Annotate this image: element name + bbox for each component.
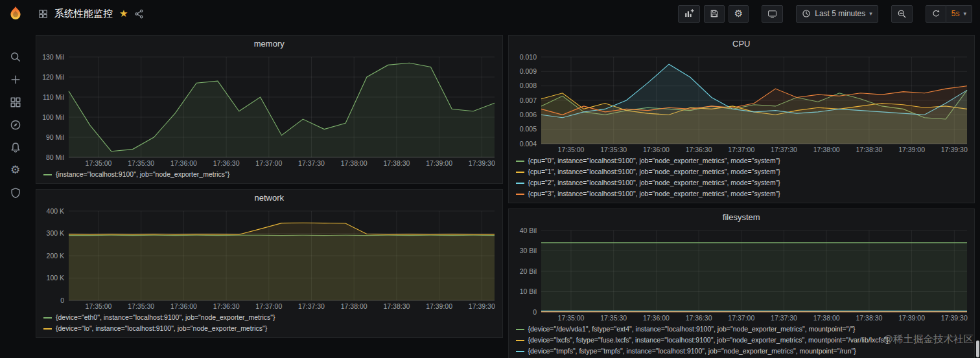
search-icon[interactable] bbox=[0, 45, 30, 68]
svg-text:17:38:00: 17:38:00 bbox=[813, 146, 839, 153]
filesystem-legend: {device="/dev/vda1", fstype="ext4", inst… bbox=[509, 324, 975, 358]
legend-item[interactable]: {device="eth0", instance="localhost:9100… bbox=[43, 313, 275, 322]
svg-text:17:36:30: 17:36:30 bbox=[213, 159, 240, 167]
zoom-out-button[interactable] bbox=[891, 5, 913, 23]
scrollbar-thumb[interactable] bbox=[976, 341, 979, 357]
svg-text:400 K: 400 K bbox=[47, 207, 64, 215]
grafana-flame-icon bbox=[7, 5, 24, 22]
memory-chart[interactable]: 17:35:0017:35:3017:36:0017:36:3017:37:00… bbox=[36, 52, 502, 169]
svg-text:17:35:30: 17:35:30 bbox=[128, 159, 154, 167]
chevron-down-icon: ▾ bbox=[869, 10, 872, 17]
svg-text:17:36:30: 17:36:30 bbox=[213, 302, 240, 310]
panel-network: network 17:35:0017:35:3017:36:0017:36:30… bbox=[36, 189, 503, 338]
alerting-bell-icon[interactable] bbox=[0, 136, 30, 159]
refresh-interval-button[interactable]: 5s ▾ bbox=[946, 5, 972, 23]
CPU-chart-svg: 17:35:0017:35:3017:36:0017:36:3017:37:00… bbox=[509, 52, 975, 155]
svg-text:100 Mil: 100 Mil bbox=[42, 113, 64, 121]
legend-item[interactable]: {cpu="1", instance="localhost:9100", job… bbox=[516, 168, 780, 176]
legend-color-dash bbox=[43, 317, 52, 319]
svg-text:0.007: 0.007 bbox=[519, 96, 536, 104]
svg-text:0.004: 0.004 bbox=[519, 140, 536, 148]
svg-text:17:35:00: 17:35:00 bbox=[557, 146, 584, 153]
create-plus-icon[interactable] bbox=[0, 68, 30, 91]
svg-text:17:38:00: 17:38:00 bbox=[813, 314, 839, 322]
svg-text:17:37:00: 17:37:00 bbox=[255, 159, 282, 167]
svg-text:17:35:00: 17:35:00 bbox=[86, 302, 112, 310]
panel-title[interactable]: CPU bbox=[509, 36, 975, 52]
filesystem-chart-svg: 17:35:0017:35:3017:36:0017:36:3017:37:00… bbox=[509, 225, 975, 324]
svg-text:17:36:30: 17:36:30 bbox=[685, 146, 712, 153]
dashboards-icon[interactable] bbox=[0, 91, 30, 113]
legend-item[interactable]: {device="lo", instance="localhost:9100",… bbox=[43, 324, 267, 333]
configuration-gear-icon[interactable]: ⚙ bbox=[0, 159, 30, 181]
memory-chart-svg: 17:35:0017:35:3017:36:0017:36:3017:37:00… bbox=[36, 52, 502, 169]
svg-text:110 Mil: 110 Mil bbox=[43, 93, 64, 101]
share-icon[interactable] bbox=[134, 9, 144, 19]
legend-label: {device="eth0", instance="localhost:9100… bbox=[56, 313, 275, 322]
svg-text:17:38:00: 17:38:00 bbox=[341, 302, 368, 310]
top-navbar: 系统性能监控 ★ ⚙ bbox=[30, 0, 980, 27]
zoom-out-icon bbox=[897, 9, 907, 19]
legend-color-dash bbox=[516, 329, 524, 330]
svg-text:0: 0 bbox=[60, 296, 64, 304]
add-panel-button[interactable] bbox=[678, 5, 700, 23]
add-panel-icon bbox=[684, 8, 694, 19]
legend-color-dash bbox=[516, 194, 524, 195]
legend-item[interactable]: {cpu="3", instance="localhost:9100", job… bbox=[516, 190, 780, 198]
svg-text:10 Bil: 10 Bil bbox=[519, 287, 536, 295]
dashboard-settings-button[interactable]: ⚙ bbox=[729, 5, 749, 23]
server-admin-shield-icon[interactable] bbox=[0, 181, 30, 204]
favorite-star-icon[interactable]: ★ bbox=[119, 9, 128, 19]
legend-item[interactable]: {device="tmpfs", fstype="tmpfs", instanc… bbox=[516, 347, 856, 355]
refresh-button[interactable] bbox=[926, 5, 946, 23]
svg-text:17:38:30: 17:38:30 bbox=[383, 302, 410, 310]
legend-label: {instance="localhost:9100", job="node_ex… bbox=[56, 170, 229, 179]
legend-color-dash bbox=[516, 172, 524, 173]
svg-text:17:35:30: 17:35:30 bbox=[128, 302, 154, 310]
grafana-logo[interactable] bbox=[0, 0, 30, 27]
panel-title[interactable]: filesystem bbox=[509, 209, 975, 225]
clock-icon bbox=[802, 9, 811, 18]
legend-item[interactable]: {device="/dev/vda1", fstype="ext4", inst… bbox=[516, 325, 856, 333]
memory-legend: {instance="localhost:9100", job="node_ex… bbox=[36, 169, 502, 183]
cpu-chart[interactable]: 17:35:0017:35:3017:36:0017:36:3017:37:00… bbox=[509, 52, 975, 155]
navbar-right: ⚙ Last 5 minutes ▾ bbox=[678, 5, 972, 23]
svg-text:17:35:30: 17:35:30 bbox=[600, 314, 627, 322]
dashboard-title[interactable]: 系统性能监控 bbox=[54, 8, 113, 20]
legend-item[interactable]: {instance="localhost:9100", job="node_ex… bbox=[43, 170, 229, 179]
legend-color-dash bbox=[516, 161, 524, 162]
svg-text:17:39:30: 17:39:30 bbox=[940, 146, 967, 153]
right-column: CPU 17:35:0017:35:3017:36:0017:36:3017:3… bbox=[508, 35, 975, 358]
legend-item[interactable]: {cpu="0", instance="localhost:9100", job… bbox=[516, 157, 780, 165]
sidebar: ⚙ bbox=[0, 0, 30, 358]
svg-text:200 K: 200 K bbox=[47, 252, 64, 260]
dashboard-grid-icon[interactable] bbox=[38, 9, 48, 19]
legend-color-dash bbox=[516, 183, 524, 184]
explore-compass-icon[interactable] bbox=[0, 113, 30, 136]
svg-text:17:36:00: 17:36:00 bbox=[642, 146, 669, 153]
svg-text:100 K: 100 K bbox=[47, 274, 64, 282]
legend-label: {cpu="2", instance="localhost:9100", job… bbox=[528, 179, 780, 187]
network-chart[interactable]: 17:35:0017:35:3017:36:0017:36:3017:37:00… bbox=[36, 206, 502, 312]
panel-title[interactable]: memory bbox=[36, 36, 502, 52]
svg-text:17:39:30: 17:39:30 bbox=[469, 159, 495, 167]
legend-label: {cpu="3", instance="localhost:9100", job… bbox=[528, 190, 780, 198]
svg-text:0.005: 0.005 bbox=[519, 125, 536, 133]
svg-text:17:39:00: 17:39:00 bbox=[426, 159, 452, 167]
svg-text:17:35:00: 17:35:00 bbox=[557, 314, 584, 322]
tv-monitor-icon bbox=[767, 9, 777, 19]
filesystem-chart[interactable]: 17:35:0017:35:3017:36:0017:36:3017:37:00… bbox=[509, 225, 975, 324]
legend-item[interactable]: {cpu="2", instance="localhost:9100", job… bbox=[516, 179, 780, 187]
save-dashboard-button[interactable] bbox=[704, 5, 725, 23]
svg-text:17:38:30: 17:38:30 bbox=[856, 146, 882, 153]
svg-text:17:37:30: 17:37:30 bbox=[298, 302, 325, 310]
legend-color-dash bbox=[516, 340, 524, 341]
panel-title[interactable]: network bbox=[36, 190, 502, 206]
legend-item[interactable]: {device="lxcfs", fstype="fuse.lxcfs", in… bbox=[516, 336, 889, 344]
svg-text:17:37:00: 17:37:00 bbox=[728, 146, 754, 153]
svg-text:90 Mil: 90 Mil bbox=[46, 133, 64, 141]
time-picker-button[interactable]: Last 5 minutes ▾ bbox=[796, 5, 878, 23]
svg-text:17:35:30: 17:35:30 bbox=[600, 146, 627, 153]
svg-text:17:38:00: 17:38:00 bbox=[341, 159, 368, 167]
cycle-view-mode-button[interactable] bbox=[762, 5, 783, 23]
